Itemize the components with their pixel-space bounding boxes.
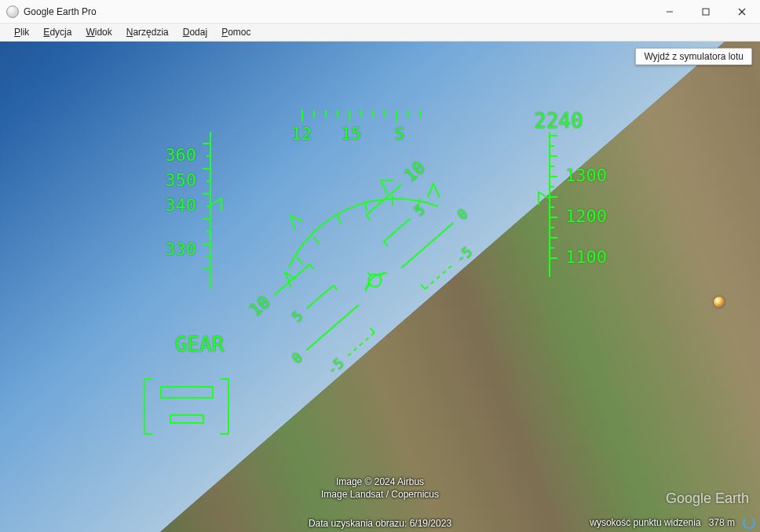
eye-alt-label: wysokość punktu widzenia — [590, 517, 700, 528]
exit-flight-sim-button[interactable]: Wyjdź z symulatora lotu — [635, 48, 752, 65]
menubar: Plik Edycja Widok Narzędzia Dodaj Pomoc — [0, 24, 760, 42]
maximize-button[interactable] — [688, 0, 724, 24]
imagery-credits: Image © 2024 Airbus Image Landsat / Cope… — [321, 476, 439, 501]
menu-view[interactable]: Widok — [79, 25, 118, 39]
poi-marker-icon — [714, 297, 725, 308]
svg-rect-1 — [703, 9, 709, 15]
menu-file[interactable]: Plik — [8, 25, 35, 39]
loading-spinner-icon — [743, 516, 755, 529]
google-earth-watermark: Google Earth — [666, 490, 749, 507]
credit-line: Image © 2024 Airbus — [321, 476, 439, 488]
close-button[interactable] — [724, 0, 760, 24]
menu-help[interactable]: Pomoc — [215, 25, 257, 39]
window-title: Google Earth Pro — [24, 6, 97, 17]
credit-line: Image Landsat / Copernicus — [321, 488, 439, 501]
menu-tools[interactable]: Narzędzia — [120, 25, 175, 39]
imagery-date: Data uzyskania obrazu: 6/19/2023 — [309, 518, 451, 529]
viewport-3d[interactable]: 12 15 S — [0, 42, 760, 532]
minimize-button[interactable] — [652, 0, 688, 24]
status-bar-right: wysokość punktu widzenia 378 m — [590, 516, 755, 529]
menu-edit[interactable]: Edycja — [37, 25, 78, 39]
google-earth-icon — [6, 5, 19, 18]
eye-alt-value: 378 m — [709, 517, 735, 528]
titlebar: Google Earth Pro — [0, 0, 760, 24]
menu-add[interactable]: Dodaj — [177, 25, 214, 39]
